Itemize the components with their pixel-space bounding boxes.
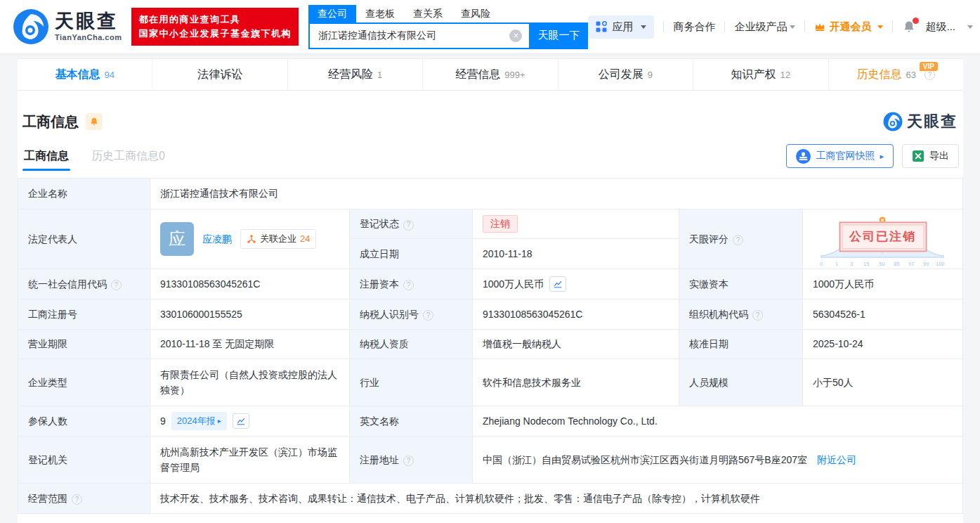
industry-cell: 软件和信息技术服务业 xyxy=(473,359,679,406)
legal-rep-avatar[interactable]: 应 xyxy=(160,222,194,256)
vip-label: 开通会员 xyxy=(829,20,871,34)
enterprise-label: 企业级产品 xyxy=(734,20,787,34)
reg-authority: 杭州高新技术产业开发区（滨江）市场监督管理局 xyxy=(160,446,337,473)
svg-text:3: 3 xyxy=(850,261,853,267)
help-icon[interactable]: ? xyxy=(403,220,414,231)
tab-history-info[interactable]: VIP 历史信息 63 ? xyxy=(829,59,963,90)
export-button[interactable]: 导出 xyxy=(902,144,959,168)
tab-intellectual-property[interactable]: 知识产权 12 xyxy=(693,59,828,90)
field-label-cell: 统一社会信用代码? xyxy=(18,269,150,299)
tab-label: 知识产权 xyxy=(731,67,776,82)
section-title: 工商信息 xyxy=(22,112,79,131)
snapshot-label: 工商官网快照 xyxy=(816,150,875,162)
apps-menu[interactable]: 应用 xyxy=(588,15,654,39)
promo-line2: 国家中小企业发展子基金旗下机构 xyxy=(138,27,292,41)
menu-divider xyxy=(663,21,664,32)
help-icon[interactable]: ? xyxy=(423,310,433,321)
credit-code: 91330108563045261C xyxy=(160,278,260,290)
legal-rep-name-link[interactable]: 应凌鹏 xyxy=(202,231,232,247)
field-label: 参保人数 xyxy=(28,415,67,427)
search-button[interactable]: 天眼一下 xyxy=(529,22,588,49)
annual-report-badge[interactable]: 2024年报 ▸ xyxy=(171,412,227,431)
field-label-cell: 组织机构代码? xyxy=(679,299,803,330)
tab-label: 法律诉讼 xyxy=(197,67,242,82)
org-code: 56304526-1 xyxy=(813,309,865,320)
reg-address-cell: 中国（浙江）自由贸易试验区杭州市滨江区西兴街道月明路567号B座207室 附近公… xyxy=(473,437,963,484)
account-menu[interactable]: 超级... xyxy=(925,20,955,34)
field-label-cell: 注册资本? xyxy=(350,269,473,299)
chevron-down-icon[interactable] xyxy=(967,25,973,29)
tab-company-development[interactable]: 公司发展 9 xyxy=(558,59,693,90)
menu-enterprise[interactable]: 企业级产品 xyxy=(734,20,795,34)
field-label-cell: 企业名称 xyxy=(18,179,150,209)
reg-number: 330106000155525 xyxy=(160,309,242,320)
field-label: 企业类型 xyxy=(28,377,67,388)
help-icon[interactable]: ? xyxy=(403,280,414,290)
notifications-bell[interactable] xyxy=(902,20,916,34)
crown-icon xyxy=(814,22,825,32)
search-tab-boss[interactable]: 查老板 xyxy=(356,5,404,22)
nearby-companies-link[interactable]: 附近公司 xyxy=(817,454,856,465)
taxpayer-id: 91330108563045261C xyxy=(483,309,582,320)
establish-date-cell: 2010-11-18 xyxy=(473,239,679,269)
bell-icon xyxy=(89,117,99,127)
table-row: 企业类型 有限责任公司（自然人投资或控股的法人独资） 行业 软件和信息技术服务业… xyxy=(18,359,963,406)
field-label-cell: 纳税人识别号? xyxy=(350,299,473,330)
help-icon[interactable]: ? xyxy=(403,456,414,466)
tianyancha-watermark: 天眼查 xyxy=(883,111,958,132)
tab-basic-info[interactable]: 基本信息 94 xyxy=(18,59,152,90)
clear-search-icon[interactable]: × xyxy=(509,30,522,42)
search-tab-risk[interactable]: 查风险 xyxy=(452,5,499,22)
taxpayer-quality-cell: 增值税一般纳税人 xyxy=(473,330,679,359)
menu-divider xyxy=(804,21,805,32)
open-vip-button[interactable]: 开通会员 xyxy=(814,20,883,34)
help-icon[interactable]: ? xyxy=(111,280,122,290)
table-row: 参保人数 9 2024年报 ▸ 英文名称 Z xyxy=(18,406,963,437)
stamp-icon xyxy=(796,149,811,164)
company-type-cell: 有限责任公司（自然人投资或控股的法人独资） xyxy=(150,359,350,406)
field-label-cell: 工商注册号 xyxy=(18,299,150,330)
related-label: 关联企业 xyxy=(260,232,296,247)
english-name: Zhejiang Nodecom Technology Co., Ltd. xyxy=(483,415,658,427)
menu-cooperation[interactable]: 商务合作 xyxy=(673,20,715,34)
search-input[interactable] xyxy=(308,22,530,49)
subtab-history-registration[interactable]: 历史工商信息0 xyxy=(90,142,166,171)
help-icon[interactable]: ? xyxy=(733,235,743,245)
annual-report-label: 2024年报 xyxy=(177,414,216,429)
official-snapshot-button[interactable]: 工商官网快照 ▸ xyxy=(786,144,894,168)
line-chart-icon xyxy=(236,416,246,426)
tianyancha-logo[interactable]: 天眼查 TianYanCha.com xyxy=(13,8,122,45)
approval-date: 2025-10-24 xyxy=(813,338,863,349)
related-companies-badge[interactable]: 关联企业 24 xyxy=(240,229,316,250)
help-icon[interactable]: ? xyxy=(752,310,763,321)
field-label: 实缴资本 xyxy=(689,278,729,290)
search-tab-company[interactable]: 查公司 xyxy=(308,5,356,22)
svg-text:50: 50 xyxy=(879,261,884,267)
table-row: 工商注册号 330106000155525 纳税人识别号? 9133010856… xyxy=(18,299,963,330)
top-menu: 应用 商务合作 企业级产品 开通会员 超级... xyxy=(588,15,980,39)
search-tab-relation[interactable]: 查关系 xyxy=(404,5,452,22)
insured-trend-chart-button[interactable] xyxy=(233,413,249,429)
tab-legal-proceedings[interactable]: 法律诉讼 xyxy=(152,59,287,90)
main-page: 基本信息 94 法律诉讼 经营风险 1 经营信息 999+ 公司发展 9 知识产… xyxy=(18,58,963,523)
subscribe-bell-button[interactable] xyxy=(86,113,103,130)
capital-trend-chart-button[interactable] xyxy=(549,276,566,292)
insured-count-cell: 9 2024年报 ▸ xyxy=(150,406,350,437)
field-label: 纳税人资质 xyxy=(360,338,409,349)
chevron-down-icon xyxy=(790,25,795,29)
field-label-cell: 注册地址? xyxy=(350,437,473,484)
tab-label: 基本信息 xyxy=(55,67,100,82)
tab-label: 经营信息 xyxy=(455,67,500,82)
svg-text:1: 1 xyxy=(835,261,838,267)
establish-date: 2010-11-18 xyxy=(483,248,533,259)
svg-text:99: 99 xyxy=(923,261,929,267)
export-label: 导出 xyxy=(929,150,949,162)
tianyan-score-cell: 0 1 3 15 50 85 97 99 100 公司已注销 xyxy=(803,209,963,269)
company-type: 有限责任公司（自然人投资或控股的法人独资） xyxy=(160,369,337,396)
help-icon[interactable]: ? xyxy=(72,494,82,505)
tab-business-info[interactable]: 经营信息 999+ xyxy=(423,59,558,90)
tab-operating-risk[interactable]: 经营风险 1 xyxy=(288,59,423,90)
approval-date-cell: 2025-10-24 xyxy=(803,330,963,359)
subtab-business-registration[interactable]: 工商信息 xyxy=(22,142,70,171)
tianyancha-logo-icon xyxy=(13,8,49,45)
